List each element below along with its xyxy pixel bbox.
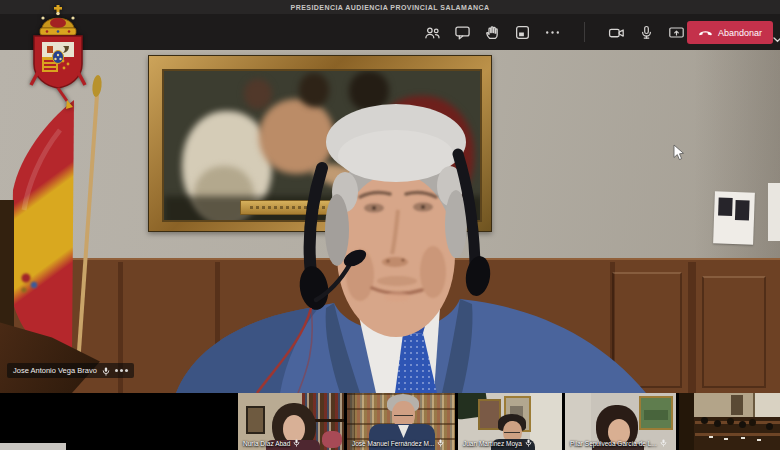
curtain [530,393,562,450]
leave-button-label: Abandonar [718,28,762,38]
microphone-status-icon [437,439,444,447]
person-head [749,419,756,426]
window-edge-sliver [0,443,66,450]
papers [757,439,761,441]
share-window-icon[interactable] [514,24,531,41]
toolbar-divider [584,22,585,42]
papers [709,436,713,438]
microphone-icon[interactable] [638,24,655,41]
microphone-status-icon [525,439,532,447]
mouse-cursor [673,144,685,161]
chat-icon[interactable] [454,24,471,41]
filmstrip-tile-2[interactable]: José Manuel Fernández M... [347,393,455,450]
participant-name: Jose Antonio Vega Bravo [13,366,97,375]
main-video[interactable]: Jose Antonio Vega Bravo [0,50,780,393]
window [753,393,780,419]
meeting-title: PRESIDENCIA AUDIENCIA PROVINCIAL SALAMAN… [291,4,490,11]
tile3-name-badge: Juan Martínez Moya [463,439,532,447]
speaker [0,50,780,393]
tile1-name-badge: Nuria Díaz Abad [243,439,300,447]
microphone-status-icon [660,439,667,447]
camera-icon[interactable] [608,24,625,41]
bench-row [695,433,780,436]
participant-name-badge: Jose Antonio Vega Bravo [7,363,134,378]
filmstrip-tile-4[interactable]: Pilar Sepúlveda García de L... [565,393,676,450]
papers [724,438,728,440]
microphone-status-icon [102,362,110,380]
title-bar: PRESIDENCIA AUDIENCIA PROVINCIAL SALAMAN… [0,0,780,14]
person-head [727,418,734,425]
glasses [394,411,413,416]
toolbar [424,14,685,50]
raise-hand-icon[interactable] [484,24,501,41]
control-bar: 0:30 [0,14,780,50]
wood-column [679,393,694,450]
person-head [766,423,773,430]
filmstrip-tile-1[interactable]: Nuria Díaz Abad [238,393,344,450]
person-head [714,420,721,427]
book-stack [322,431,342,448]
person-head [701,417,708,424]
spain-coat-of-arms [8,4,108,116]
more-options-icon[interactable] [544,24,561,41]
hang-up-icon [698,25,713,40]
participants-icon[interactable] [424,24,441,41]
tile4-name-badge: Pilar Sepúlveda García de L... [570,439,667,447]
papers [741,437,745,439]
tile1-name: Nuria Díaz Abad [243,440,290,447]
tile3-name: Juan Martínez Moya [463,440,522,447]
filmstrip-tile-5[interactable] [679,393,780,450]
glasses [504,429,520,433]
tile2-name: José Manuel Fernández M... [352,440,434,447]
tile2-name-badge: José Manuel Fernández M... [352,439,444,447]
wall-picture [246,406,265,434]
more-options-icon[interactable] [115,369,118,372]
filmstrip-tile-3[interactable]: Juan Martínez Moya [458,393,562,450]
tile4-name: Pilar Sepúlveda García de L... [570,440,657,447]
chevron-down-icon[interactable] [773,29,780,47]
meeting-window: PRESIDENCIA AUDIENCIA PROVINCIAL SALAMAN… [0,0,780,450]
person-head [739,421,746,428]
doorway [731,395,743,415]
present-screen-icon[interactable] [668,24,685,41]
green-painting [639,396,673,430]
microphone-status-icon [293,439,300,447]
leave-button[interactable]: Abandonar [687,21,773,44]
